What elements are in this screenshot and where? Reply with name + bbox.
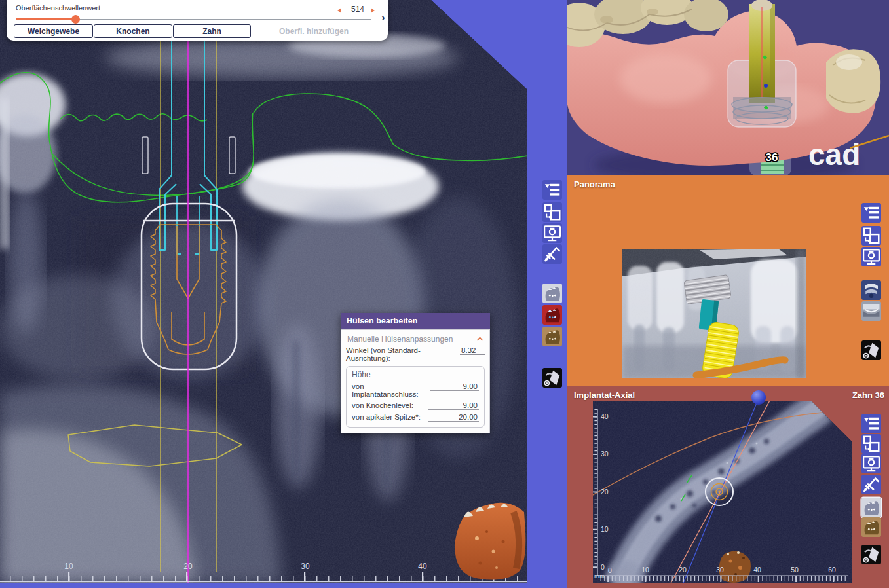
- implant-connection-label: von Implantatanschluss:: [352, 382, 430, 398]
- implant-connection-input[interactable]: 9.00: [430, 382, 479, 391]
- svg-text:10: 10: [601, 525, 609, 533]
- tooth-button[interactable]: Zahn: [173, 24, 251, 38]
- panorama-title: Panorama: [574, 179, 615, 189]
- jaw-3d-thumbnail[interactable]: [451, 492, 527, 583]
- axial-panel: Implantat-Axial Zahn 36: [567, 386, 889, 588]
- swap-view-icon[interactable]: [542, 202, 562, 222]
- model-3d-view[interactable]: cad 36: [567, 0, 889, 175]
- soft-tissue-button[interactable]: Weichgewebe: [14, 24, 93, 38]
- svg-text:30: 30: [601, 450, 609, 458]
- panorama-panel: Panorama: [567, 175, 889, 386]
- xray-thumb-icon[interactable]: [542, 284, 562, 303]
- decrement-arrow-icon[interactable]: [337, 8, 341, 13]
- panorama-strip-icon[interactable]: [861, 301, 881, 321]
- xray-red-thumb-icon[interactable]: [542, 305, 562, 325]
- collapse-caret-icon[interactable]: [476, 335, 483, 344]
- panorama-arch-icon[interactable]: [861, 280, 881, 300]
- model-3d-canvas: cad 36: [567, 0, 889, 175]
- apical-tip-input[interactable]: 20.00: [428, 413, 479, 422]
- jaw-rotate-icon[interactable]: [542, 368, 562, 388]
- svg-text:30: 30: [716, 566, 724, 574]
- angle-input[interactable]: 8.32: [460, 346, 485, 355]
- bone-level-label: von Knochenlevel:: [352, 401, 413, 409]
- measure-icon[interactable]: [861, 475, 881, 494]
- svg-text:0: 0: [601, 563, 605, 571]
- measure-icon[interactable]: [542, 244, 562, 264]
- sleeve-edit-dialog: Hülsen bearbeiten Manuelle Hülsenanpassu…: [341, 313, 490, 433]
- jaw-rotate-icon[interactable]: [861, 545, 881, 564]
- svg-text:10: 10: [641, 566, 649, 574]
- threshold-label: Oberflächenschwellenwert: [16, 4, 100, 12]
- svg-text:20: 20: [183, 562, 193, 571]
- svg-text:mm: mm: [594, 572, 605, 579]
- surface-threshold-panel: Oberflächenschwellenwert 514 › Weichgewe…: [7, 0, 388, 41]
- xray-tan-thumb-icon[interactable]: [542, 327, 562, 346]
- cross-section-canvas: 10 20 30 40: [0, 0, 527, 583]
- axis-handle-sphere[interactable]: [751, 390, 766, 405]
- svg-text:40: 40: [753, 566, 761, 574]
- svg-text:60: 60: [828, 566, 836, 574]
- menu-icon[interactable]: [861, 203, 881, 223]
- svg-text:40: 40: [418, 562, 427, 571]
- svg-text:0: 0: [608, 566, 612, 574]
- expand-chevron-icon[interactable]: ›: [381, 11, 385, 24]
- threshold-value[interactable]: 514: [346, 5, 369, 14]
- axial-view[interactable]: 40 30 20 10 0 mm 0 10 20 30 40 50 60: [593, 401, 852, 583]
- threshold-slider-fill: [16, 18, 75, 20]
- axial-title: Implantat-Axial: [574, 390, 635, 400]
- xray-thumb-icon[interactable]: [861, 498, 881, 517]
- bone-button[interactable]: Knochen: [94, 24, 172, 38]
- swap-view-icon[interactable]: [861, 226, 881, 246]
- bone-level-input[interactable]: 9.00: [428, 401, 479, 410]
- add-surface-button-disabled: Oberfl. hinzufügen: [255, 24, 372, 38]
- apical-tip-label: von apikaler Spitze*:: [352, 413, 421, 421]
- svg-text:30: 30: [301, 562, 310, 571]
- section-title: Manuelle Hülsenanpassungen: [347, 335, 453, 344]
- svg-text:20: 20: [679, 566, 687, 574]
- height-group: Höhe von Implantatanschluss: 9.00 von Kn…: [346, 366, 485, 428]
- app-window: 10 20 30 40: [0, 0, 889, 588]
- guide-pin-3d[interactable]: [749, 0, 775, 103]
- svg-text:20: 20: [601, 488, 609, 496]
- watermark: cad: [808, 138, 860, 172]
- menu-icon[interactable]: [861, 414, 881, 433]
- dialog-title: Hülsen bearbeiten: [341, 313, 490, 329]
- svg-text:50: 50: [791, 566, 799, 574]
- height-group-title: Höhe: [352, 370, 479, 379]
- screenshot-icon[interactable]: [542, 223, 562, 243]
- menu-icon[interactable]: [542, 180, 562, 200]
- angle-label: Winkel (von Standard-Ausrichtung):: [346, 346, 458, 362]
- ct-anatomy: [0, 0, 527, 583]
- screenshot-icon[interactable]: [861, 454, 881, 473]
- svg-text:10: 10: [64, 562, 73, 571]
- axial-tooth-label: Zahn 36: [852, 390, 884, 400]
- jaw-rotate-icon[interactable]: [861, 340, 881, 360]
- xray-tan-thumb-icon[interactable]: [861, 517, 881, 537]
- tooth-number-label: 36: [766, 151, 778, 164]
- cross-section-view[interactable]: 10 20 30 40: [0, 0, 527, 583]
- screenshot-icon[interactable]: [861, 247, 881, 266]
- increment-arrow-icon[interactable]: [371, 8, 375, 13]
- panorama-view[interactable]: [622, 249, 806, 378]
- threshold-slider-handle[interactable]: [71, 15, 80, 24]
- svg-text:40: 40: [601, 413, 609, 420]
- swap-view-icon[interactable]: [861, 434, 881, 454]
